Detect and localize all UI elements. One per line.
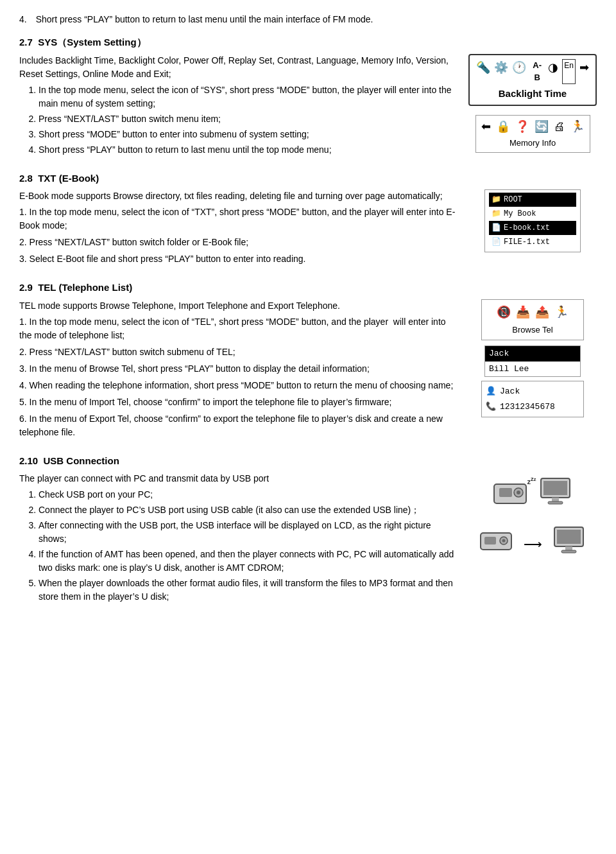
section-2-7-text: Includes Backlight Time, Backlight Color… [19,54,456,160]
icon-lock: 🔒 [496,118,510,135]
section-2-7-title: 2.7 SYS（System Setting） [19,35,597,50]
icon-back: ⬅ [481,118,491,135]
icon-import: 📥 [516,304,530,321]
list-item: After connecting with the USB port, the … [38,519,456,546]
memory-display: ⬅ 🔒 ❓ 🔄 🖨 🏃 Memory Info [475,115,590,153]
icon-clock: 🕐 [512,59,526,84]
list-item: Short press “PLAY” button to return to l… [38,143,456,157]
svg-rect-1 [499,488,512,497]
icon-export: 📤 [535,304,549,321]
file-icon: 📄 [492,238,501,247]
list-item: Press “NEXT/LAST” button switch folder o… [30,237,249,247]
list-item: When the player downloads the other form… [38,577,456,604]
backlight-caption: Backlight Time [476,87,589,101]
icon-arrow: ➡ [579,59,589,84]
section-2-9-text: TEL mode supports Browse Telephone, Impo… [19,299,456,442]
section-2-8-title: 2.8 TXT (E-Book) [19,171,597,186]
svg-point-11 [502,539,505,543]
usb-player-device: zzz [493,479,531,512]
section-2-9-images: 📵 📥 📤 🏃 Browse Tel Jack Bill Lee 👤 [468,299,597,418]
svg-point-3 [517,491,520,494]
memory-caption: Memory Info [481,137,585,150]
section-2-10: 2.10 USB Connection The player can conne… [19,454,597,607]
list-item: Press “NEXT/LAST” button switch submenu … [30,347,235,357]
player-svg [493,479,531,508]
section-2-7-list: In the top mode menu, select the icon of… [38,83,456,157]
usb-diagram-bottom: ⟶ [479,526,586,562]
tel-list-item-bill: Bill Lee [485,362,580,377]
zzz-icon: zzz [527,475,536,487]
player-svg2 [479,529,515,555]
pc-monitor-top [538,477,573,513]
svg-rect-15 [561,550,576,553]
tel-list-item-jack: Jack [485,346,580,362]
section-2-8-intro: E-Book mode supports Browse directory, t… [19,189,456,203]
tel-detail-name: Jack [500,385,520,398]
usb-player-device2 [479,529,515,559]
icon-contrast: ◑ [548,59,558,84]
list-item: Connect the player to PC’s USB port usin… [38,503,456,517]
section-2-10-list: Check USB port on your PC; Connect the p… [38,488,456,604]
browse-tel-caption: Browse Tel [488,324,577,336]
file-list-item: 📄E-book.txt [489,221,576,235]
folder-icon: 📁 [492,195,501,204]
section-2-9-intro: TEL mode supports Browse Telephone, Impo… [19,299,456,313]
browse-tel-display: 📵 📥 📤 🏃 Browse Tel [481,299,584,341]
list-item: When reading the telephone information, … [30,380,454,390]
top-item: 4. Short press “PLAY” button to return t… [19,13,597,26]
svg-rect-7 [548,501,563,504]
list-item: Press “NEXT/LAST” button switch menu ite… [38,112,456,126]
list-item: In the menu of Export Tel, choose “confi… [19,414,443,437]
list-item: In the menu of Import Tel, choose “confi… [30,397,392,407]
file-list-item: 📄FILE-1.txt [489,235,576,249]
section-2-9-title: 2.9 TEL (Telephone List) [19,281,597,295]
section-2-10-intro: The player can connect with PC and trans… [19,472,456,485]
list-item: If the function of AMT has been opened, … [38,548,456,575]
icon-question: ❓ [515,118,529,135]
tel-contact-list: Jack Bill Lee [484,345,581,377]
icon-person: 🏃 [570,118,585,135]
icon-en: En [562,59,576,84]
section-2-10-text: The player can connect with PC and trans… [19,472,456,607]
svg-rect-9 [484,537,496,545]
file-list: 📁ROOT 📁My Book 📄E-book.txt 📄FILE-1.txt [484,189,581,252]
section-2-8: 2.8 TXT (E-Book) E-Book mode supports Br… [19,171,597,270]
icon-torch: 🔦 [476,59,490,84]
pc-monitor-bottom [551,526,586,562]
section-2-7: 2.7 SYS（System Setting） Includes Backlig… [19,35,597,160]
section-2-10-title: 2.10 USB Connection [19,454,597,469]
phone-icon: 📞 [486,401,496,414]
list-item: In the top mode menu, select the icon of… [19,207,455,231]
monitor-svg2 [551,526,586,558]
backlight-display: 🔦 ⚙️ 🕐 A-B ◑ En ➡ Backlight Time [468,54,597,107]
icon-gear: ⚙️ [494,59,508,84]
tel-detail-number: 12312345678 [500,401,555,414]
tel-detail-name-row: 👤 Jack [486,384,579,399]
file-list-item: 📁ROOT [489,193,576,207]
list-item: Check USB port on your PC; [38,488,456,501]
list-item: In the top mode menu, select the icon of… [38,83,456,110]
svg-rect-5 [543,481,567,495]
file-list-item: 📁My Book [489,207,576,221]
list-item: In the menu of Browse Tel, short press “… [30,363,370,374]
list-item: In the top mode menu, select the icon of… [19,317,446,340]
section-2-7-images: 🔦 ⚙️ 🕐 A-B ◑ En ➡ Backlight Time ⬅ 🔒 ❓ [468,54,597,153]
arrow-icon: ⟶ [524,534,542,553]
folder-icon: 📁 [492,209,501,218]
section-2-10-images: zzz [468,472,597,562]
tel-detail-number-row: 📞 12312345678 [486,399,579,415]
section-2-8-text: E-Book mode supports Browse directory, t… [19,189,456,269]
section-2-7-intro: Includes Backlight Time, Backlight Color… [19,54,456,81]
icon-print: 🖨 [554,118,565,135]
section-2-8-images: 📁ROOT 📁My Book 📄E-book.txt 📄FILE-1.txt [468,189,597,252]
file-icon: 📄 [492,223,501,232]
icon-ab: A-B [530,59,544,84]
list-item: Select E-Boot file and short press “PLAY… [30,254,306,264]
icon-refresh: 🔄 [535,118,549,135]
icon-person2: 🏃 [554,304,569,321]
section-2-9: 2.9 TEL (Telephone List) TEL mode suppor… [19,281,597,442]
list-item: Short press “MODE” button to enter into … [38,128,456,141]
svg-rect-13 [557,530,581,544]
tel-detail-display: 👤 Jack 📞 12312345678 [481,381,584,417]
person-icon: 👤 [486,385,496,398]
